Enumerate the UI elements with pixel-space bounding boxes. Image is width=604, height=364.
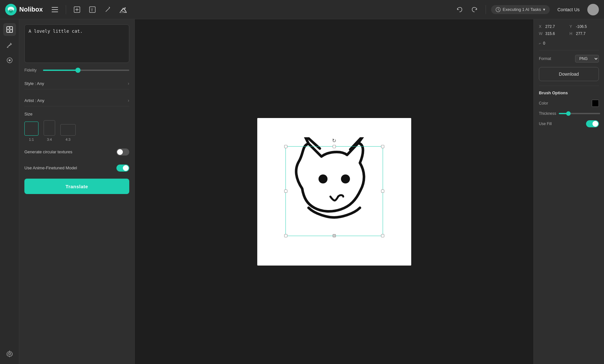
ai-tasks-label: Executing 1 AI Tasks	[503, 7, 541, 12]
use-fill-row: Use Fill	[539, 120, 599, 127]
fidelity-row: Fidelity	[24, 68, 129, 72]
svg-rect-20	[10, 27, 13, 29]
logo-icon	[5, 4, 17, 15]
circular-textures-row: Generate circular textures	[24, 147, 129, 157]
svg-rect-18	[7, 27, 13, 32]
h-value: 277.7	[576, 31, 586, 36]
topbar-divider-1	[66, 5, 66, 14]
download-button[interactable]: Download	[539, 67, 599, 81]
anime-model-toggle[interactable]	[116, 165, 129, 172]
svg-rect-5	[52, 9, 58, 10]
topbar: Nolibox T Executing 1 AI Tasks ▾ Contact…	[0, 0, 604, 19]
coords-grid: X 272.7 Y -106.5 W 315.6 H 277.7	[539, 24, 599, 36]
svg-point-16	[124, 7, 126, 9]
coord-h: H 277.7	[570, 31, 599, 36]
fidelity-slider[interactable]	[43, 70, 129, 71]
y-value: -106.5	[576, 24, 587, 29]
canvas-board: ↻	[257, 118, 411, 266]
anime-model-label: Use Anime-Finetuned Model	[24, 165, 77, 171]
y-label: Y	[570, 24, 574, 29]
redo-icon[interactable]	[469, 4, 481, 15]
svg-line-12	[106, 8, 110, 12]
circle-icon[interactable]	[3, 54, 16, 67]
brush-icon[interactable]	[102, 4, 114, 15]
contact-us-button[interactable]: Contact Us	[554, 7, 583, 12]
size-box-11	[24, 122, 38, 136]
thickness-slider[interactable]	[559, 113, 600, 114]
fidelity-label: Fidelity	[24, 68, 39, 72]
x-label: X	[539, 24, 543, 29]
main-layout: Fidelity Style : Any › Artist : Any › Si…	[0, 19, 604, 364]
use-fill-knob	[592, 121, 598, 127]
size-label: Size	[24, 112, 129, 116]
cat-drawing	[276, 137, 392, 246]
size-ratio-43: 4:3	[65, 138, 70, 141]
circular-textures-toggle[interactable]	[116, 148, 129, 156]
svg-point-27	[9, 353, 11, 355]
coord-w: W 315.6	[539, 31, 568, 36]
svg-point-3	[10, 8, 12, 11]
color-swatch[interactable]	[592, 100, 599, 107]
use-fill-toggle[interactable]	[586, 120, 599, 127]
image-icon[interactable]	[117, 4, 129, 15]
ai-tasks-button[interactable]: Executing 1 AI Tasks ▾	[491, 5, 550, 14]
size-option-43[interactable]: 4:3	[60, 124, 76, 141]
size-box-43	[60, 124, 76, 136]
artist-option[interactable]: Artist : Any ›	[24, 95, 129, 106]
size-option-11[interactable]: 1:1	[24, 122, 38, 141]
color-row: Color	[539, 100, 599, 107]
user-avatar[interactable]	[587, 4, 599, 15]
settings-icon[interactable]	[3, 347, 16, 360]
svg-point-29	[341, 174, 350, 183]
artist-label: Artist : Any	[24, 98, 44, 103]
menu-icon[interactable]	[49, 4, 61, 15]
right-divider-1	[539, 50, 599, 50]
size-option-34[interactable]: 3:4	[44, 120, 55, 141]
anime-model-row: Use Anime-Finetuned Model	[24, 163, 129, 174]
svg-rect-6	[52, 12, 58, 12]
translate-button[interactable]: Translate	[24, 179, 129, 194]
gallery-icon[interactable]	[3, 23, 16, 36]
w-value: 315.6	[545, 31, 555, 36]
brush-options-title: Brush Options	[539, 90, 599, 95]
thickness-label: Thickness	[539, 111, 556, 116]
use-fill-label: Use Fill	[539, 122, 552, 126]
canvas-area[interactable]: ↻	[135, 19, 533, 364]
circular-textures-knob	[117, 149, 123, 155]
icon-bar	[0, 19, 19, 364]
add-frame-icon[interactable]	[71, 4, 83, 15]
format-select[interactable]: PNG JPG SVG WEBP	[575, 55, 599, 63]
right-panel: X 272.7 Y -106.5 W 315.6 H 277.7 ⌐ 0 For…	[533, 19, 604, 364]
topbar-divider-2	[486, 5, 486, 14]
anime-model-knob	[123, 165, 129, 171]
undo-icon[interactable]	[454, 4, 465, 15]
h-label: H	[570, 31, 574, 36]
coord-x: X 272.7	[539, 24, 568, 29]
svg-point-28	[319, 174, 328, 183]
size-section: Size 1:1 3:4 4:3	[24, 112, 129, 141]
angle-icon: ⌐	[539, 41, 541, 46]
format-row: Format PNG JPG SVG WEBP	[539, 55, 599, 63]
style-option[interactable]: Style : Any ›	[24, 78, 129, 89]
logo-text: Nolibox	[19, 6, 43, 13]
edit-icon[interactable]	[3, 38, 16, 51]
prompt-input[interactable]	[24, 24, 129, 63]
artist-chevron: ›	[128, 98, 129, 103]
coord-angle: ⌐ 0	[539, 41, 599, 46]
svg-rect-21	[7, 30, 9, 32]
left-panel: Fidelity Style : Any › Artist : Any › Si…	[19, 19, 135, 364]
size-options: 1:1 3:4 4:3	[24, 120, 129, 141]
svg-rect-22	[10, 30, 13, 32]
svg-text:T: T	[91, 8, 93, 12]
angle-value: 0	[543, 41, 545, 46]
svg-rect-19	[7, 27, 9, 29]
size-box-34	[44, 120, 55, 136]
thickness-row: Thickness	[539, 111, 599, 116]
style-label: Style : Any	[24, 81, 44, 86]
color-label: Color	[539, 101, 548, 106]
text-icon[interactable]: T	[87, 4, 98, 15]
circular-textures-label: Generate circular textures	[24, 149, 72, 155]
w-label: W	[539, 31, 543, 36]
right-divider-2	[539, 86, 599, 86]
coord-y: Y -106.5	[570, 24, 599, 29]
